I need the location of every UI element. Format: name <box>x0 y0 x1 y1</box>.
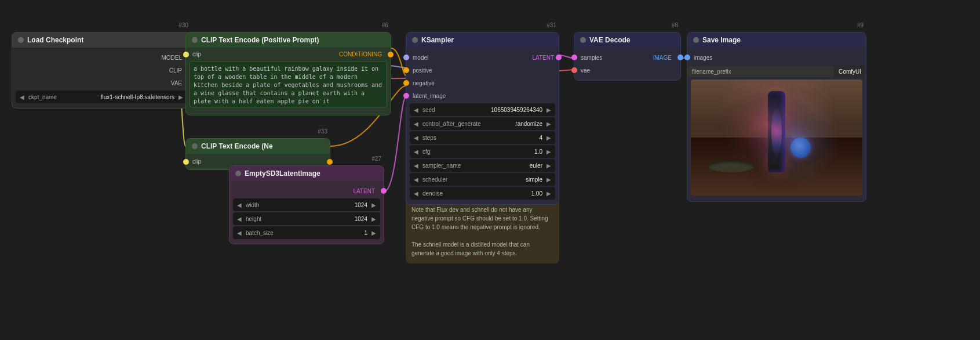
ckpt-name-widget[interactable]: ◀ ckpt_name flux1-schnell-fp8.safetensor… <box>16 91 187 103</box>
control-arrow-left[interactable]: ◀ <box>412 121 420 127</box>
positive-in-connector[interactable] <box>403 67 409 73</box>
negative-in-label: negative <box>413 80 435 86</box>
height-arrow-left[interactable]: ◀ <box>235 216 243 222</box>
load-checkpoint-title: Load Checkpoint <box>27 36 83 44</box>
latent-image-in-label: latent_image <box>413 93 446 99</box>
clip-positive-body: clip CONDITIONING a bottle with a beauti… <box>186 48 391 115</box>
seed-label: seed <box>420 107 489 113</box>
node-status-dot <box>192 143 198 149</box>
seed-arrow-left[interactable]: ◀ <box>412 107 420 113</box>
kitchen-render <box>691 79 862 196</box>
control-value: randomize <box>513 121 545 127</box>
cfg-arrow-right[interactable]: ▶ <box>545 149 553 155</box>
denoise-arrow-right[interactable]: ▶ <box>545 190 553 197</box>
node-id-31: #31 <box>547 22 556 28</box>
image-preview <box>691 79 862 196</box>
scheduler-value: simple <box>523 176 545 183</box>
scheduler-widget[interactable]: ◀ scheduler simple ▶ <box>410 173 555 186</box>
positive-prompt-textarea[interactable]: a bottle with a beautiful rainbow galaxy… <box>190 61 387 107</box>
batch-arrow-right[interactable]: ▶ <box>370 230 378 236</box>
samples-in-label: samples <box>581 55 653 61</box>
images-in-connector[interactable] <box>684 55 690 60</box>
model-in-connector[interactable] <box>403 55 409 60</box>
height-arrow-right[interactable]: ▶ <box>370 216 378 222</box>
vae-in-connector[interactable] <box>571 67 577 73</box>
ckpt-arrow-left[interactable]: ◀ <box>18 94 26 100</box>
clip-neg-in-connector[interactable] <box>183 159 189 165</box>
node-status-dot <box>18 37 24 43</box>
save-image-header: Save Image <box>687 32 866 48</box>
sampler-arrow-left[interactable]: ◀ <box>412 162 420 169</box>
node-save-image: #9 Save Image images filename_prefix Com… <box>687 32 866 202</box>
port-vae-label: VAE <box>12 80 182 86</box>
cfg-arrow-left[interactable]: ◀ <box>412 149 420 155</box>
cfg-widget[interactable]: ◀ cfg 1.0 ▶ <box>410 145 555 158</box>
sampler-label: sampler_name <box>420 162 527 169</box>
vae-decode-header: VAE Decode <box>574 32 680 48</box>
scheduler-arrow-right[interactable]: ▶ <box>545 176 553 183</box>
port-clip-label: CLIP <box>12 67 182 74</box>
denoise-widget[interactable]: ◀ denoise 1.00 ▶ <box>410 187 555 200</box>
steps-value: 4 <box>537 135 545 141</box>
empty-latent-title: EmptySD3LatentImage <box>245 169 320 178</box>
latent-image-in-connector[interactable] <box>403 93 409 99</box>
ksampler-body: model LATENT positive negative latent_im… <box>406 48 559 204</box>
node-status-dot <box>693 37 699 43</box>
samples-in-connector[interactable] <box>571 55 577 60</box>
batch-size-widget[interactable]: ◀ batch_size 1 ▶ <box>233 226 380 239</box>
load-checkpoint-body: MODEL CLIP VAE ◀ ckpt_name flux1-schnell… <box>12 48 191 108</box>
clip-in-connector[interactable] <box>183 52 189 57</box>
filename-prefix-widget[interactable]: filename_prefix ComfyUI <box>687 66 866 77</box>
width-widget[interactable]: ◀ width 1024 ▶ <box>233 198 380 211</box>
sampler-widget[interactable]: ◀ sampler_name euler ▶ <box>410 159 555 172</box>
note-line-2: The schnell model is a distilled model t… <box>411 240 553 258</box>
sampler-arrow-right[interactable]: ▶ <box>545 162 553 169</box>
width-arrow-right[interactable]: ▶ <box>370 202 378 208</box>
node-id-30: #30 <box>178 22 188 28</box>
ksampler-title: KSampler <box>421 36 454 44</box>
clip-negative-header: CLIP Text Encode (Ne <box>186 139 330 154</box>
cfg-label: cfg <box>420 149 532 155</box>
batch-arrow-left[interactable]: ◀ <box>235 230 243 236</box>
note-line-1: Note that Flux dev and schnell do not ha… <box>411 205 553 232</box>
node-id-8: #8 <box>672 22 678 28</box>
conditioning-out-label: CONDITIONING <box>339 51 382 57</box>
filename-prefix-value: ComfyUI <box>834 66 866 77</box>
ckpt-arrow-right[interactable]: ▶ <box>177 94 185 100</box>
width-value: 1024 <box>352 202 370 208</box>
seed-value: 1065039459264340 <box>489 107 545 113</box>
height-widget[interactable]: ◀ height 1024 ▶ <box>233 212 380 225</box>
node-status-dot <box>580 37 586 43</box>
ckpt-label: ckpt_name <box>26 94 99 100</box>
clip-neg-in-label: clip <box>192 158 323 165</box>
image-out-connector[interactable] <box>677 55 683 60</box>
note-body[interactable]: Note that Flux dev and schnell do not ha… <box>406 202 559 263</box>
node-ksampler: #31 KSampler model LATENT positive negat… <box>406 32 559 205</box>
seed-arrow-right[interactable]: ▶ <box>545 107 553 113</box>
scheduler-arrow-left[interactable]: ◀ <box>412 176 420 183</box>
steps-arrow-right[interactable]: ▶ <box>545 135 553 141</box>
seed-widget[interactable]: ◀ seed 1065039459264340 ▶ <box>410 103 555 116</box>
width-label: width <box>243 202 352 208</box>
filename-prefix-label: filename_prefix <box>687 66 834 77</box>
width-arrow-left[interactable]: ◀ <box>235 202 243 208</box>
steps-arrow-left[interactable]: ◀ <box>412 135 420 141</box>
node-id-27: #27 <box>371 155 381 162</box>
latent-out-connector[interactable] <box>381 188 387 194</box>
clip-positive-title: CLIP Text Encode (Positive Prompt) <box>201 36 319 44</box>
save-image-title: Save Image <box>702 36 741 44</box>
conditioning-out-connector[interactable] <box>388 52 394 57</box>
batch-label: batch_size <box>243 230 362 236</box>
model-in-label: model <box>413 55 428 61</box>
steps-widget[interactable]: ◀ steps 4 ▶ <box>410 131 555 144</box>
latent-ksampler-out[interactable] <box>556 55 562 60</box>
latent-out-label-k: LATENT <box>532 55 554 61</box>
denoise-arrow-left[interactable]: ◀ <box>412 190 420 197</box>
conditioning-neg-out-connector[interactable] <box>327 159 333 165</box>
control-widget[interactable]: ◀ control_after_generate randomize ▶ <box>410 117 555 130</box>
vae-decode-title: VAE Decode <box>589 36 630 44</box>
control-arrow-right[interactable]: ▶ <box>545 121 553 127</box>
negative-in-connector[interactable] <box>403 80 409 86</box>
latent-out-label: LATENT <box>353 188 375 194</box>
node-load-checkpoint: #30 Load Checkpoint MODEL CLIP VAE ◀ ckp… <box>12 32 191 108</box>
